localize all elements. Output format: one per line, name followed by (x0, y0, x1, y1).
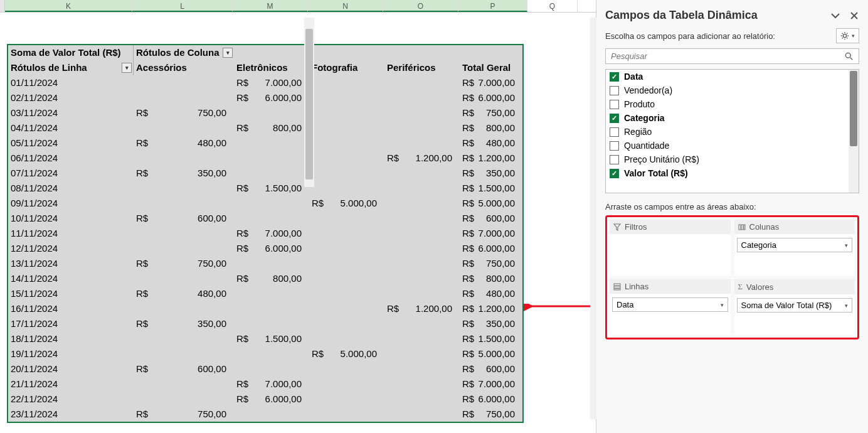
col-header-N[interactable]: N (308, 0, 383, 12)
row-date: 11/11/2024 (8, 226, 134, 241)
pivot-data-row[interactable]: 16/11/2024R$1.200,00R$1.200,00 (8, 301, 522, 316)
checkbox[interactable] (610, 141, 619, 151)
field-settings-button[interactable]: ▾ (836, 28, 859, 43)
columns-area[interactable]: Colunas Categoria▾ (734, 220, 855, 275)
pivot-data-row[interactable]: 08/11/2024R$1.500,00R$1.500,00 (8, 181, 522, 196)
pivot-data-row[interactable]: 06/11/2024R$1.200,00R$1.200,00 (8, 151, 522, 166)
chevron-down-icon: ▾ (721, 302, 724, 308)
pivot-data-row[interactable]: 19/11/2024R$5.000,00R$5.000,00 (8, 346, 522, 361)
col-header-K[interactable]: K (5, 0, 132, 12)
pivot-data-row[interactable]: 09/11/2024R$5.000,00R$5.000,00 (8, 196, 522, 211)
rows-icon (613, 283, 621, 291)
checkbox[interactable] (610, 127, 619, 137)
pivot-data-row[interactable]: 21/11/2024R$7.000,00R$7.000,00 (8, 377, 522, 392)
spreadsheet-area: K L M N O P Q Soma de Valor Total (R$) R… (0, 0, 596, 433)
gear-icon (840, 31, 849, 40)
pivot-data-row[interactable]: 10/11/2024R$600,00R$600,00 (8, 211, 522, 226)
column-labels-dropdown[interactable]: ▾ (223, 48, 233, 58)
values-tag-soma[interactable]: Soma de Valor Total (R$)▾ (737, 298, 853, 313)
col-header-P[interactable]: P (458, 0, 527, 12)
chevron-down-icon[interactable] (830, 11, 840, 21)
field-item[interactable]: Região (606, 125, 859, 139)
row-labels-dropdown[interactable]: ▾ (122, 63, 132, 73)
col-hdr-eletronicos: Eletrônicos (234, 60, 309, 75)
row-date: 22/11/2024 (8, 392, 134, 407)
pivot-data-row[interactable]: 22/11/2024R$6.000,00R$6.000,00 (8, 392, 522, 407)
fields-scrollbar-thumb[interactable] (850, 71, 857, 146)
checkbox[interactable] (610, 100, 619, 109)
fields-list[interactable]: ✓DataVendedor(a)Produto✓CategoriaRegiãoQ… (605, 69, 859, 193)
field-item[interactable]: Preço Unitário (R$) (606, 152, 859, 166)
col-header-L[interactable]: L (132, 0, 233, 12)
svg-point-1 (843, 34, 846, 37)
pivot-data-row[interactable]: 13/11/2024R$750,00R$750,00 (8, 256, 522, 271)
pivot-data-row[interactable]: 12/11/2024R$6.000,00R$6.000,00 (8, 241, 522, 256)
row-date: 16/11/2024 (8, 301, 134, 316)
col-header-M[interactable]: M (233, 0, 308, 12)
close-icon[interactable] (849, 11, 859, 21)
checkbox[interactable] (610, 86, 619, 95)
pivot-data-row[interactable]: 02/11/2024R$6.000,00R$6.000,00 (8, 90, 522, 105)
filters-area[interactable]: Filtros (610, 220, 731, 275)
pivot-table[interactable]: Soma de Valor Total (R$) Rótulos de Colu… (7, 44, 524, 423)
field-item[interactable]: ✓Data (606, 70, 859, 83)
field-item[interactable]: Quantidade (606, 139, 859, 152)
pivot-data-row[interactable]: 11/11/2024R$7.000,00R$7.000,00 (8, 226, 522, 241)
areas-grid: Filtros Colunas Categoria▾ Linhas (605, 215, 859, 339)
field-label: Vendedor(a) (624, 85, 672, 95)
pivot-data-row[interactable]: 14/11/2024R$800,00R$800,00 (8, 271, 522, 286)
corner-cell[interactable] (0, 0, 5, 12)
pivot-data-row[interactable]: 01/11/2024R$7.000,00R$7.000,00 (8, 75, 522, 90)
pivot-data-row[interactable]: 15/11/2024R$480,00R$480,00 (8, 286, 522, 301)
pivot-data-row[interactable]: 05/11/2024R$480,00R$480,00 (8, 136, 522, 151)
pivot-data-row[interactable]: 17/11/2024R$350,00R$350,00 (8, 316, 522, 331)
row-date: 12/11/2024 (8, 241, 134, 256)
pivot-data-row[interactable]: 03/11/2024R$750,00R$750,00 (8, 105, 522, 120)
row-date: 01/11/2024 (8, 75, 134, 90)
columns-tag-categoria[interactable]: Categoria▾ (737, 238, 853, 252)
rows-area[interactable]: Linhas Data▾ (610, 279, 731, 335)
row-date: 07/11/2024 (8, 166, 134, 181)
search-input[interactable] (611, 51, 845, 61)
pivot-data-row[interactable]: 18/11/2024R$1.500,00R$1.500,00 (8, 331, 522, 346)
field-item[interactable]: Produto (606, 97, 859, 111)
field-item[interactable]: ✓Categoria (606, 111, 859, 125)
annotation-arrow (524, 304, 596, 331)
row-date: 18/11/2024 (8, 331, 134, 346)
col-header-O[interactable]: O (383, 0, 458, 12)
pane-subtitle: Escolha os campos para adicionar ao rela… (605, 31, 775, 41)
pivot-col-labels: Rótulos de Coluna ▾ (134, 45, 234, 60)
vertical-scrollbar[interactable] (304, 18, 314, 187)
col-header-Q[interactable]: Q (527, 0, 578, 12)
svg-rect-6 (744, 225, 745, 230)
columns-icon (738, 223, 746, 231)
checkbox[interactable]: ✓ (610, 169, 619, 178)
rows-tag-data[interactable]: Data▾ (612, 297, 728, 312)
field-item[interactable]: ✓Valor Total (R$) (606, 166, 859, 180)
checkbox[interactable]: ✓ (610, 114, 619, 123)
checkbox[interactable]: ✓ (610, 72, 619, 82)
col-hdr-perifericos: Periféricos (384, 60, 460, 75)
field-item[interactable]: Vendedor(a) (606, 83, 859, 97)
row-date: 23/11/2024 (8, 407, 134, 422)
row-date: 08/11/2024 (8, 181, 134, 196)
col-hdr-acessorios: Acessórios (134, 60, 234, 75)
pivot-data-row[interactable]: 07/11/2024R$350,00R$350,00 (8, 166, 522, 181)
row-date: 13/11/2024 (8, 256, 134, 271)
row-date: 05/11/2024 (8, 136, 134, 151)
fields-scrollbar[interactable] (849, 70, 859, 193)
values-area[interactable]: Σ Valores Soma de Valor Total (R$)▾ (734, 279, 855, 335)
pivot-sum-label: Soma de Valor Total (R$) (8, 45, 134, 60)
scrollbar-thumb[interactable] (305, 29, 313, 179)
checkbox[interactable] (610, 155, 619, 164)
row-date: 04/11/2024 (8, 120, 134, 136)
row-date: 19/11/2024 (8, 346, 134, 361)
pivot-data-row[interactable]: 23/11/2024R$750,00R$750,00 (8, 407, 522, 422)
drag-instruction: Arraste os campos entre as áreas abaixo: (605, 193, 859, 215)
row-date: 02/11/2024 (8, 90, 134, 105)
pivot-data-row[interactable]: 20/11/2024R$600,00R$600,00 (8, 361, 522, 377)
pane-title: Campos da Tabela Dinâmica (605, 9, 758, 22)
pane-outer-scrollbar[interactable] (590, 18, 596, 419)
search-input-wrapper[interactable] (605, 48, 859, 64)
pivot-data-row[interactable]: 04/11/2024R$800,00R$800,00 (8, 120, 522, 136)
